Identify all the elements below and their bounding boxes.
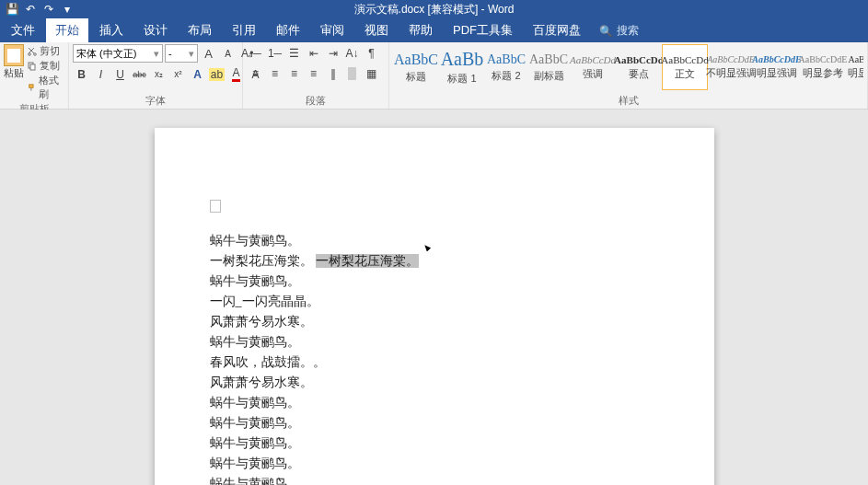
search-label: 搜索 — [617, 23, 639, 39]
style-item[interactable]: AaBbCcDdE明显强调 — [754, 44, 800, 90]
borders-button[interactable]: ▦ — [363, 64, 380, 82]
italic-button[interactable]: I — [92, 65, 110, 83]
paste-button[interactable]: 粘贴 — [4, 44, 24, 80]
grow-font-button[interactable]: A — [200, 45, 217, 63]
tab-mail[interactable]: 邮件 — [267, 18, 309, 42]
doc-line[interactable]: 蜗牛与黄鹂鸟。 — [210, 271, 659, 292]
tab-view[interactable]: 视图 — [355, 18, 398, 42]
style-item[interactable]: AaBbCcDd强调 — [570, 44, 616, 90]
group-font-label: 字体 — [73, 93, 238, 108]
tab-pdf-tools[interactable]: PDF工具集 — [444, 18, 522, 42]
align-right-button[interactable]: ≡ — [285, 64, 303, 82]
save-icon[interactable]: 💾 — [6, 3, 18, 16]
show-marks-button[interactable]: ¶ — [363, 44, 380, 62]
redo-icon[interactable]: ↷ — [42, 3, 55, 16]
qat-dropdown-icon[interactable]: ▾ — [61, 3, 74, 16]
paste-icon — [4, 44, 24, 66]
tab-design[interactable]: 设计 — [134, 18, 177, 42]
document-area[interactable]: 蜗牛与黄鹂鸟。一树梨花压海棠。 一树梨花压海棠。蜗牛与黄鹂鸟。一闪_一闪亮晶晶。… — [0, 110, 868, 485]
page[interactable]: 蜗牛与黄鹂鸟。一树梨花压海棠。 一树梨花压海棠。蜗牛与黄鹂鸟。一闪_一闪亮晶晶。… — [155, 128, 714, 485]
style-name: 标题 2 — [492, 69, 520, 83]
line-spacing-button[interactable]: ‖ — [324, 64, 341, 82]
style-preview: AaBbCcDd — [661, 54, 708, 65]
ribbon-tabs: 文件 开始 插入 设计 布局 引用 邮件 审阅 视图 帮助 PDF工具集 百度网… — [0, 18, 868, 42]
style-preview: AaBbCcDd — [570, 54, 616, 65]
window-title: 演示文稿.docx [兼容模式] - Word — [0, 2, 868, 17]
align-left-button[interactable]: ≡ — [247, 64, 264, 82]
style-item[interactable]: AaBbCcDdE明显参考 — [800, 44, 846, 90]
align-center-button[interactable]: ≡ — [266, 64, 284, 82]
format-painter-button[interactable]: 格式刷 — [28, 74, 64, 101]
strike-button[interactable]: abc — [131, 65, 148, 83]
bold-button[interactable]: B — [73, 65, 90, 83]
styles-gallery[interactable]: AaBbC标题AaBb标题 1AaBbC标题 2AaBbC副标题AaBbCcDd… — [393, 44, 863, 90]
group-styles: AaBbC标题AaBb标题 1AaBbC标题 2AaBbC副标题AaBbCcDd… — [389, 42, 868, 109]
bullets-button[interactable]: •─ — [247, 44, 264, 62]
text-effects-button[interactable]: A — [189, 65, 206, 83]
font-name-select[interactable]: 宋体 (中文正)▾ — [73, 44, 163, 63]
tab-file[interactable]: 文件 — [2, 18, 44, 42]
tab-review[interactable]: 审阅 — [311, 18, 353, 42]
decr-indent-button[interactable]: ⇤ — [305, 44, 322, 62]
shrink-font-button[interactable]: A — [219, 45, 237, 63]
doc-line[interactable]: 风萧萧兮易水寒。 — [210, 373, 659, 393]
tab-references[interactable]: 引用 — [223, 18, 265, 42]
doc-line[interactable]: 蜗牛与黄鹂鸟。 — [210, 433, 659, 454]
svg-rect-4 — [29, 85, 33, 87]
selection[interactable]: 一树梨花压海棠。 — [316, 254, 419, 268]
justify-button[interactable]: ≡ — [305, 64, 322, 82]
undo-icon[interactable]: ↶ — [24, 3, 37, 16]
tab-home[interactable]: 开始 — [46, 18, 88, 42]
tab-baidu[interactable]: 百度网盘 — [524, 18, 590, 42]
style-preview: AaBbCcDd — [614, 54, 664, 65]
copy-icon — [28, 62, 37, 71]
style-name: 明显参考 — [803, 66, 843, 80]
subscript-button[interactable]: x₂ — [150, 65, 168, 83]
copy-button[interactable]: 复制 — [28, 59, 64, 73]
underline-button[interactable]: U — [111, 65, 129, 83]
doc-line[interactable]: 一闪_一闪亮晶晶。 — [210, 292, 659, 312]
doc-line[interactable]: 蜗牛与黄鹂鸟。 — [210, 474, 659, 485]
doc-line[interactable]: 蜗牛与黄鹂鸟。 — [210, 231, 659, 251]
title-bar: 💾 ↶ ↷ ▾ 演示文稿.docx [兼容模式] - Word — [0, 0, 868, 18]
cut-button[interactable]: 剪切 — [28, 44, 64, 58]
tell-me[interactable]: 🔍 搜索 — [592, 19, 646, 42]
doc-line[interactable]: 春风吹，战鼓擂。。 — [210, 352, 659, 373]
tab-layout[interactable]: 布局 — [179, 18, 221, 42]
style-item[interactable]: AaBbCcDd要点 — [616, 44, 662, 90]
paste-label: 粘贴 — [4, 66, 24, 80]
tab-help[interactable]: 帮助 — [399, 18, 442, 42]
style-item[interactable]: AaBbC副标题 — [527, 44, 570, 90]
style-item[interactable]: AaBb标题 1 — [439, 44, 485, 90]
sort-button[interactable]: A↓ — [343, 44, 361, 62]
superscript-button[interactable]: x² — [169, 65, 187, 83]
tab-insert[interactable]: 插入 — [90, 18, 133, 42]
multilevel-button[interactable]: ☰ — [285, 44, 303, 62]
svg-rect-5 — [30, 88, 31, 91]
svg-point-0 — [29, 52, 31, 55]
incr-indent-button[interactable]: ⇥ — [324, 44, 341, 62]
doc-line[interactable]: 风萧萧兮易水寒。 — [210, 312, 659, 332]
doc-line[interactable]: 蜗牛与黄鹂鸟。 — [210, 413, 659, 433]
style-item[interactable]: AaBbC标题 — [393, 44, 439, 90]
highlight-button[interactable]: ab — [208, 65, 226, 83]
style-item[interactable]: AaBbCcDd正文 — [662, 44, 708, 90]
copy-label: 复制 — [40, 59, 60, 73]
svg-rect-3 — [30, 64, 35, 70]
group-paragraph: •─ 1─ ☰ ⇤ ⇥ A↓ ¶ ≡ ≡ ≡ ≡ ‖ ▦ 段落 — [243, 42, 389, 109]
font-size-select[interactable]: -▾ — [165, 44, 198, 63]
doc-line[interactable]: 蜗牛与黄鹂鸟。 — [210, 393, 659, 413]
style-item[interactable]: AaBl明显 — [846, 44, 863, 90]
style-item[interactable]: AaBbC标题 2 — [485, 44, 527, 90]
doc-line[interactable]: 一树梨花压海棠。 一树梨花压海棠。 — [210, 251, 659, 271]
group-clipboard: 粘贴 剪切 复制 — [0, 42, 69, 109]
font-name-value: 宋体 (中文正) — [76, 47, 136, 61]
font-size-value: - — [168, 48, 172, 59]
search-icon: 🔍 — [599, 25, 613, 38]
numbering-button[interactable]: 1─ — [266, 44, 284, 62]
style-name: 不明显强调 — [706, 66, 757, 80]
doc-line[interactable]: 蜗牛与黄鹂鸟。 — [210, 332, 659, 352]
doc-line[interactable]: 蜗牛与黄鹂鸟。 — [210, 454, 659, 474]
shading-button[interactable] — [343, 64, 361, 82]
style-item[interactable]: AaBbCcDdE不明显强调 — [708, 44, 754, 90]
